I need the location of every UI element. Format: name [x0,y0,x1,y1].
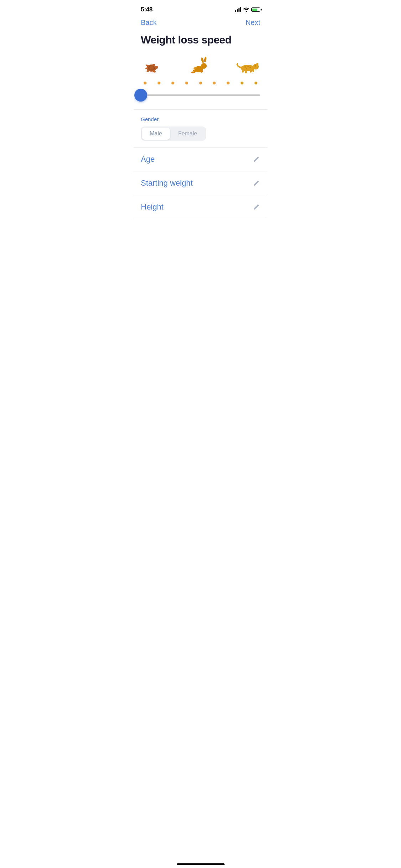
svg-point-19 [245,66,246,68]
speed-dot-3 [171,82,174,84]
slider-track [141,94,260,96]
speed-animals [141,57,260,79]
svg-point-22 [246,68,247,69]
height-label: Height [141,202,164,212]
svg-point-24 [255,65,256,67]
speed-dot-7 [227,82,230,84]
svg-point-20 [247,66,249,67]
svg-point-4 [155,66,158,69]
svg-point-12 [201,57,204,63]
svg-point-9 [145,68,148,69]
age-row[interactable]: Age [134,148,267,171]
speed-dot-5 [199,82,202,84]
svg-point-17 [194,67,196,69]
starting-weight-label: Starting weight [141,179,193,188]
slider-thumb[interactable] [134,89,147,102]
gender-female-option[interactable]: Female [170,128,205,140]
next-button[interactable]: Next [246,19,260,27]
turtle-icon [141,60,162,76]
speed-dots [141,79,260,87]
back-button[interactable]: Back [141,19,156,27]
gender-section: Gender Male Female [134,110,267,148]
svg-point-15 [191,72,195,73]
svg-point-25 [256,63,258,66]
battery-icon [251,7,260,12]
svg-point-11 [201,63,207,69]
cheetah-icon [235,60,260,76]
svg-point-21 [250,67,251,68]
svg-point-13 [204,57,207,62]
speed-dot-1 [144,82,146,84]
starting-weight-row[interactable]: Starting weight [134,171,267,195]
signal-bars-icon [235,7,241,12]
speed-slider[interactable] [141,88,260,102]
speed-dot-4 [185,82,188,84]
starting-weight-edit-icon [252,179,260,187]
status-icons [235,7,260,12]
page-title: Weight loss speed [134,31,267,53]
speed-dot-8 [241,82,243,84]
height-row[interactable]: Height [134,195,267,219]
speed-dot-9 [255,82,257,84]
status-time: 5:48 [141,6,153,13]
age-label: Age [141,155,155,164]
gender-label: Gender [141,116,260,122]
height-edit-icon [252,203,260,211]
rabbit-icon [189,57,209,76]
wifi-icon [243,7,249,12]
age-edit-icon [252,155,260,163]
status-bar: 5:48 [134,0,267,16]
nav-bar: Back Next [134,16,267,31]
gender-male-option[interactable]: Male [142,128,170,140]
speed-dot-6 [213,82,216,84]
speed-dot-2 [158,82,160,84]
gender-toggle[interactable]: Male Female [141,126,206,141]
speed-section [134,53,267,109]
